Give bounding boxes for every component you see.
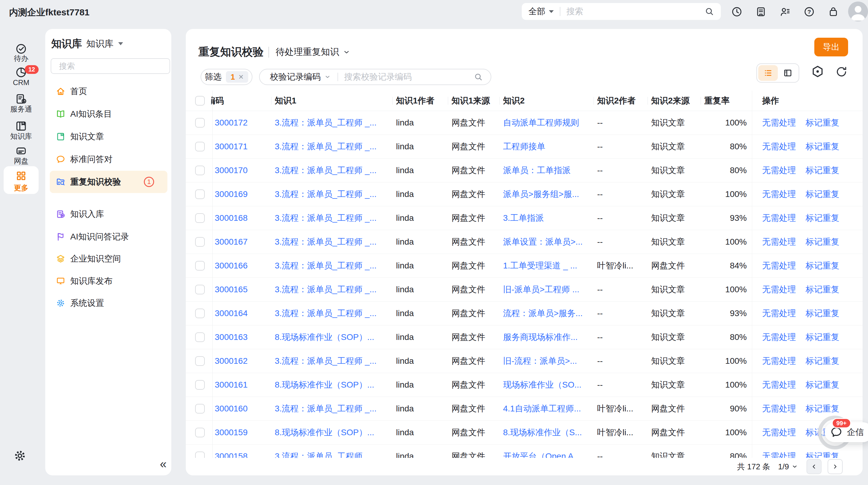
todo-check-icon[interactable] [15, 43, 27, 55]
knowledge2-link[interactable]: 3.工单指派 [503, 212, 544, 224]
column-knowledge1-author[interactable]: 知识1作者 [392, 90, 448, 111]
rail-item-more[interactable]: 更多 [4, 166, 39, 194]
column-duplicate-rate[interactable]: 重复率 [701, 90, 752, 111]
refresh-icon[interactable] [835, 66, 847, 78]
no-action-link[interactable]: 无需处理 [762, 141, 796, 152]
knowledge2-link[interactable]: 8.现场标准作业（S... [503, 427, 582, 438]
knowledge2-link[interactable]: 派单设置：派单员>... [503, 236, 583, 248]
receipt-icon[interactable] [755, 6, 767, 18]
list-view-button[interactable] [758, 65, 778, 81]
knowledge1-link[interactable]: 3.流程：派单员_工程师 _... [275, 117, 377, 128]
record-code-link[interactable]: 3000164 [215, 308, 248, 318]
record-code-link[interactable]: 3000158 [215, 452, 248, 458]
sidebar-header[interactable]: 知识库 知识库 [51, 37, 123, 51]
app-store-bag-icon[interactable] [828, 6, 839, 18]
mark-duplicate-link[interactable]: 标记重复 [806, 260, 839, 271]
sidebar-item-settings[interactable]: 系统设置 [50, 292, 167, 314]
knowledge1-link[interactable]: 3.流程：派单员_工程师 _... [275, 141, 377, 152]
row-checkbox[interactable] [195, 404, 205, 414]
drive-icon[interactable] [15, 145, 27, 157]
sidebar-item-qa-pairs[interactable]: 标准问答对 [50, 148, 167, 171]
board-view-button[interactable] [778, 65, 798, 81]
knowledge1-link[interactable]: 3.流程：派单员_工程师 _... [275, 451, 377, 458]
row-checkbox[interactable] [195, 380, 205, 390]
record-code-link[interactable]: 3000169 [215, 189, 248, 199]
rail-item-knowledgebase[interactable]: 知识库 [0, 131, 42, 141]
no-action-link[interactable]: 无需处理 [762, 117, 796, 128]
row-checkbox[interactable] [195, 332, 205, 342]
record-code-link[interactable]: 3000161 [215, 380, 248, 390]
rail-item-servicedesk[interactable]: 服务通 [0, 104, 42, 114]
search-scope-selector[interactable]: 全部 [528, 6, 545, 17]
knowledge1-link[interactable]: 3.流程：派单员_工程师 _... [275, 260, 377, 271]
mark-duplicate-link[interactable]: 标记重复 [806, 236, 839, 248]
mark-duplicate-link[interactable]: 标记重复 [806, 379, 839, 391]
knowledge1-link[interactable]: 8.现场标准作业（SOP）... [275, 379, 374, 391]
search-icon[interactable] [474, 72, 483, 82]
rail-item-todo[interactable]: 待办 [0, 54, 42, 63]
knowledge1-link[interactable]: 3.流程：派单员_工程师 _... [275, 355, 377, 367]
mark-duplicate-link[interactable]: 标记重复 [806, 355, 839, 367]
knowledge1-link[interactable]: 3.流程：派单员_工程师 _... [275, 403, 377, 415]
knowledge1-link[interactable]: 3.流程：派单员_工程师 _... [275, 236, 377, 248]
record-code-link[interactable]: 3000168 [215, 213, 248, 223]
mark-duplicate-link[interactable]: 标记重复 [806, 451, 839, 458]
search-field-selector[interactable]: 校验记录编码 [270, 71, 320, 83]
record-code-link[interactable]: 3000165 [215, 285, 248, 294]
no-action-link[interactable]: 无需处理 [762, 308, 796, 319]
sidebar-item-ai-knowledge[interactable]: AI知识条目 [50, 103, 167, 125]
mark-duplicate-link[interactable]: 标记重复 [806, 212, 839, 224]
record-code-link[interactable]: 3000163 [215, 332, 248, 342]
knowledge2-link[interactable]: 开放平台（Open A... [503, 451, 581, 458]
record-code-search[interactable]: 校验记录编码 搜索校验记录编码 [259, 69, 491, 85]
global-search[interactable]: 全部 搜索 [522, 3, 721, 20]
row-checkbox[interactable] [195, 261, 205, 271]
no-action-link[interactable]: 无需处理 [762, 212, 796, 224]
no-action-link[interactable]: 无需处理 [762, 379, 796, 391]
mark-duplicate-link[interactable]: 标记重复 [806, 403, 839, 415]
contacts-icon[interactable] [779, 6, 791, 18]
knowledge2-link[interactable]: 旧-流程：派单员>... [503, 355, 577, 367]
knowledge2-link[interactable]: 派单员：工单指派 [503, 165, 570, 176]
mark-duplicate-link[interactable]: 标记重复 [806, 284, 839, 295]
no-action-link[interactable]: 无需处理 [762, 165, 796, 176]
knowledge2-link[interactable]: 派单员>服务组>服... [503, 188, 579, 200]
service-doc-icon[interactable] [15, 93, 27, 105]
row-checkbox[interactable] [195, 308, 205, 318]
rail-item-crm[interactable]: CRM [0, 79, 42, 87]
record-code-link[interactable]: 3000160 [215, 404, 248, 414]
row-checkbox[interactable] [195, 237, 205, 247]
no-action-link[interactable]: 无需处理 [762, 427, 796, 438]
knowledge-book-icon[interactable] [15, 120, 27, 132]
mark-duplicate-link[interactable]: 标记重复 [806, 331, 839, 343]
no-action-link[interactable]: 无需处理 [762, 355, 796, 367]
row-checkbox[interactable] [195, 142, 205, 151]
no-action-link[interactable]: 无需处理 [762, 331, 796, 343]
knowledge1-link[interactable]: 3.流程：派单员_工程师 _... [275, 308, 377, 319]
sidebar-item-home[interactable]: 首页 [50, 80, 167, 102]
record-code-link[interactable]: 3000167 [215, 237, 248, 247]
sidebar-item-publish[interactable]: 知识库发布 [50, 270, 167, 292]
column-knowledge1[interactable]: 知识1 [271, 90, 392, 111]
filter-button[interactable]: 筛选 1 × [200, 69, 252, 85]
view-selector[interactable]: 待处理重复知识 [276, 46, 339, 58]
sidebar-item-duplicate-check[interactable]: 重复知识校验 1 [50, 171, 167, 193]
search-icon[interactable] [705, 7, 714, 16]
clock-icon[interactable] [731, 6, 743, 18]
export-button[interactable]: 导出 [814, 38, 848, 56]
sidebar-collapse-icon[interactable]: « [160, 458, 166, 470]
knowledge1-link[interactable]: 8.现场标准作业（SOP）... [275, 331, 374, 343]
no-action-link[interactable]: 无需处理 [762, 451, 796, 458]
record-code-link[interactable]: 3000170 [215, 165, 248, 175]
column-knowledge2[interactable]: 知识2 [499, 90, 593, 111]
knowledge2-link[interactable]: 服务商现场标准作... [503, 331, 578, 343]
mark-duplicate-link[interactable]: 标记重复 [806, 308, 839, 319]
knowledge2-link[interactable]: 工程师接单 [503, 141, 545, 152]
record-code-input[interactable]: 搜索校验记录编码 [344, 71, 412, 83]
select-all-checkbox[interactable] [195, 96, 205, 105]
row-checkbox[interactable] [195, 189, 205, 199]
column-knowledge1-source[interactable]: 知识1来源 [448, 90, 499, 111]
no-action-link[interactable]: 无需处理 [762, 236, 796, 248]
column-code[interactable]: 编码 [211, 90, 271, 111]
rail-item-netdisk[interactable]: 网盘 [0, 156, 42, 166]
